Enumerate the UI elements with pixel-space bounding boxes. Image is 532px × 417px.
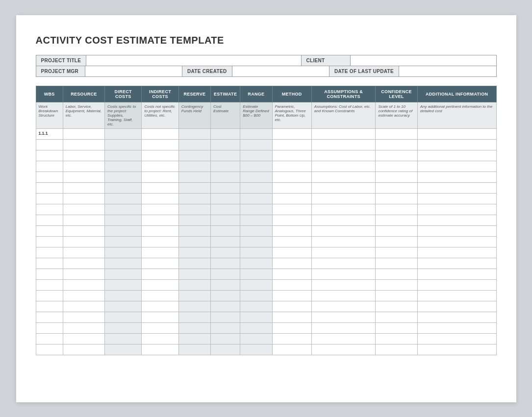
col-header-assumptions: ASSUMPTIONS & CONSTRAINTS	[311, 86, 376, 102]
table-row	[36, 236, 496, 247]
project-mgr-value[interactable]	[85, 66, 183, 76]
table-row	[36, 150, 496, 161]
table-row	[36, 290, 496, 301]
table-row	[36, 204, 496, 215]
col-header-method: METHOD	[272, 86, 311, 102]
col-header-confidence: CONFIDENCE LEVEL	[376, 86, 417, 102]
table-row	[36, 333, 496, 344]
date-created-label: DATE CREATED	[182, 66, 232, 76]
desc-wbs: Work Breakdown Structure	[36, 102, 63, 128]
indirect-1[interactable]	[142, 128, 178, 139]
col-header-direct: DIRECT COSTS	[105, 86, 142, 102]
project-title-value[interactable]	[86, 55, 301, 66]
additional-1[interactable]	[417, 128, 496, 139]
range-1[interactable]	[240, 128, 272, 139]
date-last-update-label: DATE OF LAST UPDATE	[329, 66, 399, 76]
assumptions-1[interactable]	[311, 128, 376, 139]
client-label: CLIENT	[302, 55, 351, 66]
table-row	[36, 258, 496, 269]
reserve-1[interactable]	[178, 128, 210, 139]
table-row	[36, 172, 496, 182]
desc-method: Parametric, Analogous, Three Point, Bott…	[272, 102, 311, 128]
desc-range: Estimate Range Defined $00 – $00	[240, 102, 272, 128]
desc-direct: Costs specific to the project: Supplies,…	[105, 102, 142, 128]
desc-indirect: Costs not specific to project: Rent, Uti…	[142, 102, 178, 128]
estimate-1[interactable]	[210, 128, 240, 139]
wbs-1[interactable]: 1.1.1	[36, 128, 63, 139]
table-row	[36, 269, 496, 279]
table-row	[36, 182, 496, 193]
meta-row-1: PROJECT TITLE CLIENT	[36, 55, 496, 66]
table-row	[36, 225, 496, 236]
col-header-reserve: RESERVE	[178, 86, 210, 102]
meta-row-2: PROJECT MGR DATE CREATED DATE OF LAST UP…	[36, 66, 496, 76]
direct-1[interactable]	[105, 128, 142, 139]
page-title: ACTIVITY COST ESTIMATE TEMPLATE	[36, 35, 497, 46]
table-header-row: WBS RESOURCE DIRECT COSTS INDIRECT COSTS…	[36, 86, 496, 102]
desc-additional: Any additional pertinent information to …	[417, 102, 496, 128]
desc-confidence: Scale of 1 to 10 confidence rating of es…	[376, 102, 417, 128]
date-last-update-value[interactable]	[399, 66, 496, 76]
page-container: ACTIVITY COST ESTIMATE TEMPLATE PROJECT …	[16, 15, 516, 402]
meta-section: PROJECT TITLE CLIENT PROJECT MGR DATE CR…	[36, 55, 497, 77]
desc-resource: Labor, Service, Equipment, Material, etc…	[63, 102, 104, 128]
col-header-additional: ADDITIONAL INFORMATION	[417, 86, 496, 102]
project-title-label: PROJECT TITLE	[36, 55, 87, 66]
col-header-estimate: ESTIMATE	[210, 86, 240, 102]
table-row-1: 1.1.1	[36, 128, 496, 139]
desc-estimate: Cost Estimate	[210, 102, 240, 128]
description-row: Work Breakdown Structure Labor, Service,…	[36, 102, 496, 128]
table-row	[36, 247, 496, 258]
col-header-range: RANGE	[240, 86, 272, 102]
table-row	[36, 322, 496, 333]
project-mgr-label: PROJECT MGR	[36, 66, 85, 76]
table-row	[36, 344, 496, 355]
table-row	[36, 161, 496, 172]
table-row	[36, 279, 496, 290]
cost-estimate-table: WBS RESOURCE DIRECT COSTS INDIRECT COSTS…	[36, 86, 497, 355]
col-header-wbs: WBS	[36, 86, 63, 102]
table-row	[36, 215, 496, 225]
confidence-1[interactable]	[376, 128, 417, 139]
desc-reserve: Contingency Funds Held	[178, 102, 210, 128]
method-1[interactable]	[272, 128, 311, 139]
resource-1[interactable]	[63, 128, 104, 139]
col-header-indirect: INDIRECT COSTS	[142, 86, 178, 102]
desc-assumptions: Assumptions: Cost of Labor, etc. and Kno…	[311, 102, 376, 128]
table-row	[36, 139, 496, 150]
date-created-value[interactable]	[232, 66, 330, 76]
table-row	[36, 193, 496, 204]
client-value[interactable]	[351, 55, 496, 66]
table-row	[36, 312, 496, 322]
table-row	[36, 301, 496, 312]
col-header-resource: RESOURCE	[63, 86, 104, 102]
